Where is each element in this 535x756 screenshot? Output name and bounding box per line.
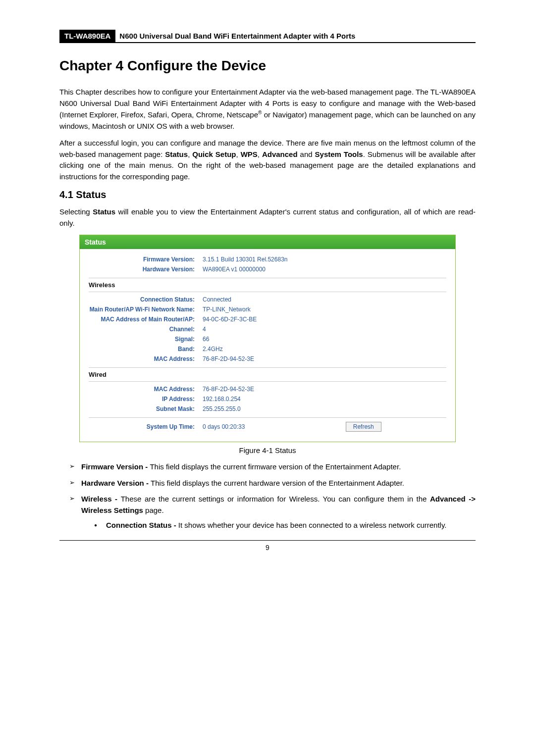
macap-label: MAC Address of Main Router/AP: <box>89 316 203 323</box>
wired-subhead: Wired <box>89 367 446 382</box>
page-number: 9 <box>59 540 476 552</box>
row-mask: Subnet Mask: 255.255.255.0 <box>89 405 446 412</box>
mainap-value: TP-LINK_Network <box>203 306 446 313</box>
signal-value: 66 <box>203 336 446 343</box>
model-badge: TL-WA890EA <box>59 30 115 42</box>
hardware-rest: This field displays the current hardware… <box>151 479 404 487</box>
section-intro: Selecting Status will enable you to view… <box>59 206 476 229</box>
row-hardware: Hardware Version: WA890EA v1 00000000 <box>89 266 446 273</box>
row-mac: MAC Address: 76-8F-2D-94-52-3E <box>89 355 446 362</box>
conn-rest: It shows whether your device has been co… <box>178 521 447 529</box>
wireless-bold: Wireless - <box>81 495 121 503</box>
conn-label: Connection Status: <box>89 296 203 303</box>
row-mainap: Main Router/AP Wi-Fi Network Name: TP-LI… <box>89 306 446 313</box>
mac-label: MAC Address: <box>89 355 203 362</box>
header-title: N600 Universal Dual Band WiFi Entertainm… <box>115 30 355 41</box>
bullet-hardware: Hardware Version - This field displays t… <box>69 478 476 489</box>
section-title: 4.1 Status <box>59 189 476 201</box>
uptime-value: 0 days 00:20:33 Refresh <box>203 422 446 432</box>
bullet-firmware: Firmware Version - This field displays t… <box>69 461 476 473</box>
status-panel-body: Firmware Version: 3.15.1 Build 130301 Re… <box>80 249 455 442</box>
chapter-para-2: After a successful login, you can config… <box>59 138 476 182</box>
row-ip: IP Address: 192.168.0.254 <box>89 396 446 403</box>
row-connection: Connection Status: Connected <box>89 296 446 303</box>
hardware-value: WA890EA v1 00000000 <box>203 266 446 273</box>
firmware-label: Firmware Version: <box>89 256 203 263</box>
signal-label: Signal: <box>89 336 203 343</box>
row-firmware: Firmware Version: 3.15.1 Build 130301 Re… <box>89 256 446 263</box>
band-label: Band: <box>89 346 203 353</box>
mac-value: 76-8F-2D-94-52-3E <box>203 355 446 362</box>
bullet-wireless: Wireless - These are the current setting… <box>69 494 476 531</box>
row-band: Band: 2.4GHz <box>89 346 446 353</box>
status-panel: Status Firmware Version: 3.15.1 Build 13… <box>79 235 456 442</box>
firmware-rest: This field displays the current firmware… <box>150 462 401 471</box>
figure-caption: Figure 4-1 Status <box>59 446 476 454</box>
conn-bold: Connection Status - <box>106 521 178 529</box>
mask-value: 255.255.255.0 <box>203 405 446 412</box>
row-macap: MAC Address of Main Router/AP: 94-0C-6D-… <box>89 316 446 323</box>
ip-label: IP Address: <box>89 396 203 403</box>
row-signal: Signal: 66 <box>89 336 446 343</box>
sub-bullet-list: Connection Status - It shows whether you… <box>81 520 476 531</box>
status-panel-title: Status <box>80 235 455 249</box>
chan-label: Channel: <box>89 326 203 333</box>
uptime-text: 0 days 00:20:33 <box>203 423 245 430</box>
refresh-button[interactable]: Refresh <box>346 422 381 432</box>
divider <box>89 417 446 418</box>
conn-value: Connected <box>203 296 446 303</box>
wmac-value: 76-8F-2D-94-52-3E <box>203 386 446 393</box>
uptime-label: System Up Time: <box>89 423 203 430</box>
hardware-label: Hardware Version: <box>89 266 203 273</box>
bullet-list: Firmware Version - This field displays t… <box>59 461 476 531</box>
ip-value: 192.168.0.254 <box>203 396 446 403</box>
wireless-rest: These are the current settings or inform… <box>121 495 430 503</box>
mask-label: Subnet Mask: <box>89 405 203 412</box>
wmac-label: MAC Address: <box>89 386 203 393</box>
firmware-bold: Firmware Version - <box>81 462 150 471</box>
chapter-title: Chapter 4 Configure the Device <box>59 58 476 74</box>
chan-value: 4 <box>203 326 446 333</box>
band-value: 2.4GHz <box>203 346 446 353</box>
sub-bullet-conn: Connection Status - It shows whether you… <box>94 520 476 531</box>
row-uptime: System Up Time: 0 days 00:20:33 Refresh <box>89 422 446 432</box>
hardware-bold: Hardware Version - <box>81 479 151 487</box>
page-header: TL-WA890EA N600 Universal Dual Band WiFi… <box>59 30 476 43</box>
mainap-label: Main Router/AP Wi-Fi Network Name: <box>89 306 203 313</box>
firmware-value: 3.15.1 Build 130301 Rel.52683n <box>203 256 446 263</box>
wireless-subhead: Wireless <box>89 278 446 292</box>
row-channel: Channel: 4 <box>89 326 446 333</box>
chapter-para-1: This Chapter describes how to configure … <box>59 87 476 132</box>
wireless-rest2: page. <box>143 506 164 514</box>
row-wired-mac: MAC Address: 76-8F-2D-94-52-3E <box>89 386 446 393</box>
macap-value: 94-0C-6D-2F-3C-BE <box>203 316 446 323</box>
